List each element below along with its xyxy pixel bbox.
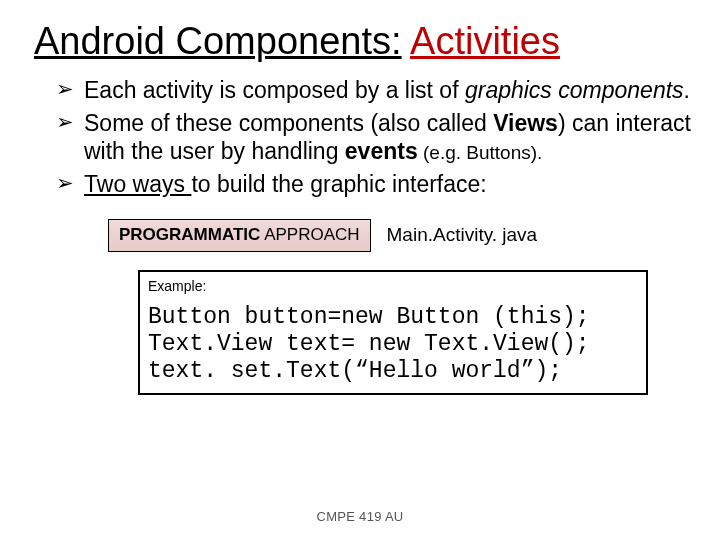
bullet-1-text: Each activity is composed by a list of (84, 77, 465, 103)
bullet-2-bold2: events (345, 138, 418, 164)
bullet-1-post: . (684, 77, 690, 103)
code-block: Button button=new Button (this); Text.Vi… (148, 304, 638, 385)
bullet-2-text: Some of these components (also called (84, 110, 493, 136)
badge-rest: APPROACH (260, 225, 359, 244)
title-part-2: Activities (410, 20, 560, 62)
example-label: Example: (148, 278, 638, 294)
bullet-2-small: (e.g. Buttons). (418, 142, 543, 163)
bullet-2: Some of these components (also called Vi… (56, 109, 702, 167)
approach-row: PROGRAMMATIC APPROACH Main.Activity. jav… (108, 219, 702, 252)
bullet-1: Each activity is composed by a list of g… (56, 76, 702, 105)
slide-title: Android Components: Activities (34, 22, 702, 62)
file-label: Main.Activity. java (387, 224, 538, 246)
footer: CMPE 419 AU (0, 509, 720, 524)
slide: Android Components: Activities Each acti… (0, 0, 720, 540)
badge-bold: PROGRAMMATIC (119, 225, 260, 244)
approach-badge: PROGRAMMATIC APPROACH (108, 219, 371, 252)
bullet-1-italic: graphics components (465, 77, 684, 103)
bullet-3: Two ways to build the graphic interface: (56, 170, 702, 199)
bullet-3-underline: Two ways (84, 171, 191, 197)
bullet-2-bold1: Views (493, 110, 558, 136)
title-part-1: Android Components: (34, 20, 402, 62)
example-box: Example: Button button=new Button (this)… (138, 270, 648, 395)
bullet-3-post: to build the graphic interface: (191, 171, 486, 197)
bullet-list: Each activity is composed by a list of g… (56, 76, 702, 199)
